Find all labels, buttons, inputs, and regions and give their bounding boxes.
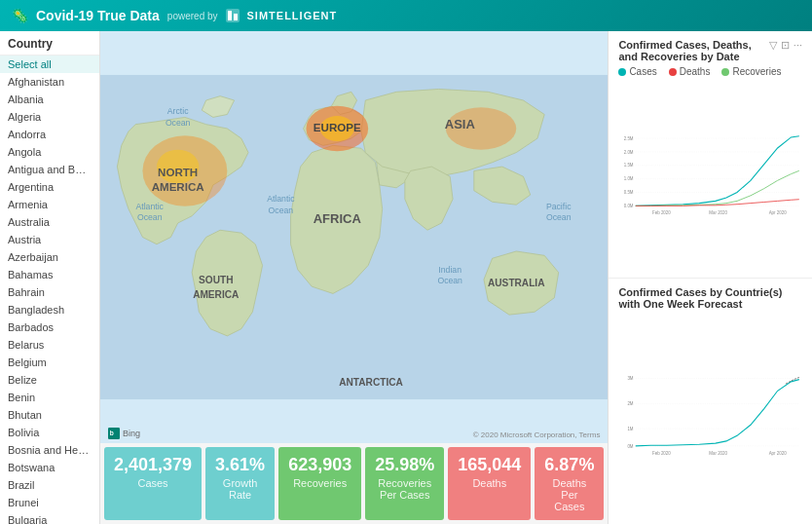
world-map[interactable]: NORTH AMERICA SOUTH AMERICA EUROPE AFRIC… (100, 31, 608, 443)
sidebar-item-21[interactable]: Bolivia (0, 424, 99, 441)
app-title: Covid-19 True Data (36, 8, 160, 23)
filter-icon[interactable]: ▽ (769, 39, 777, 52)
sidebar-item-9[interactable]: Australia (0, 213, 99, 231)
sidebar-item-8[interactable]: Armenia (0, 196, 99, 213)
world-map-svg: NORTH AMERICA SOUTH AMERICA EUROPE AFRIC… (100, 31, 608, 443)
powered-by-text: powered by (167, 11, 218, 21)
recoveries-label: Recoveries (288, 477, 351, 489)
deaths-value: 165,044 (458, 455, 521, 475)
recoveries-pct-label: Recoveries Per Cases (375, 477, 434, 501)
recoveries-pct-card: 25.98% Recoveries Per Cases (365, 447, 444, 520)
sidebar-item-10[interactable]: Austria (0, 231, 99, 248)
bottom-chart-wrapper: 3M 2M 1M 0M Feb 2020 Mar 2020 (618, 314, 802, 517)
deaths-pct-value: 6.87% (544, 455, 594, 475)
deaths-pct-label: Deaths Per Cases (544, 477, 594, 512)
right-panel: Confirmed Cases, Deaths, and Recoveries … (608, 31, 812, 524)
sidebar-item-7[interactable]: Argentina (0, 178, 99, 196)
main-layout: Country Select allAfghanistanAlbaniaAlge… (0, 31, 812, 524)
sidebar-item-20[interactable]: Bhutan (0, 406, 99, 424)
svg-text:Mar 2020: Mar 2020 (710, 210, 728, 215)
brand-name: SIMTELLIGENT (247, 10, 338, 21)
svg-text:1.0M: 1.0M (624, 176, 634, 181)
top-chart-title: Confirmed Cases, Deaths, and Recoveries … (618, 39, 768, 62)
sidebar-item-18[interactable]: Belize (0, 371, 99, 389)
cases-value: 2,401,379 (114, 455, 192, 475)
svg-text:Feb 2020: Feb 2020 (652, 210, 671, 215)
sidebar-item-13[interactable]: Bahrain (0, 283, 99, 301)
svg-text:Feb 2020: Feb 2020 (652, 450, 671, 455)
svg-text:Ocean: Ocean (166, 118, 191, 128)
top-chart-wrapper: 2.5M 2.0M 1.5M 1.0M 0.5M 0.0M (618, 81, 802, 270)
svg-text:NORTH: NORTH (158, 167, 198, 178)
legend-cases-label: Cases (629, 66, 656, 77)
deaths-dot (669, 68, 677, 76)
center-panel: NORTH AMERICA SOUTH AMERICA EUROPE AFRIC… (100, 31, 608, 524)
sidebar-item-14[interactable]: Bangladesh (0, 301, 99, 318)
recoveries-pct-value: 25.98% (375, 455, 434, 475)
country-sidebar[interactable]: Country Select allAfghanistanAlbaniaAlge… (0, 31, 100, 524)
sidebar-item-23[interactable]: Botswana (0, 459, 99, 476)
sidebar-item-12[interactable]: Bahamas (0, 266, 99, 283)
bottom-chart-title: Confirmed Cases by Countrie(s) with One … (618, 286, 802, 310)
svg-text:AMERICA: AMERICA (193, 289, 240, 300)
svg-text:Apr 2020: Apr 2020 (769, 450, 787, 455)
sidebar-item-5[interactable]: Angola (0, 143, 99, 161)
svg-text:Atlantic: Atlantic (267, 194, 295, 204)
svg-text:Mar 2020: Mar 2020 (710, 450, 728, 455)
legend-recoveries: Recoveries (721, 66, 781, 77)
sidebar-item-22[interactable]: Bosnia and Herze... (0, 441, 99, 459)
svg-text:Atlantic: Atlantic (135, 202, 164, 211)
legend-recoveries-label: Recoveries (732, 66, 781, 77)
svg-text:2.0M: 2.0M (624, 150, 634, 155)
recoveries-card: 623,903 Recoveries (278, 447, 361, 520)
covid-icon: 🦠 (12, 8, 28, 23)
svg-text:AUSTRALIA: AUSTRALIA (488, 278, 545, 288)
sidebar-item-24[interactable]: Brazil (0, 476, 99, 494)
app-header: 🦠 Covid-19 True Data powered by SIMTELLI… (0, 0, 812, 31)
svg-text:2.5M: 2.5M (624, 136, 634, 141)
sidebar-item-26[interactable]: Bulgaria (0, 511, 99, 524)
sidebar-item-25[interactable]: Brunei (0, 494, 99, 511)
svg-text:0.0M: 0.0M (624, 204, 634, 208)
svg-text:AMERICA: AMERICA (152, 181, 205, 193)
top-chart-controls[interactable]: ▽ ⊡ ··· (769, 39, 802, 52)
legend-cases: Cases (618, 66, 656, 77)
svg-text:ASIA: ASIA (445, 117, 476, 131)
sidebar-item-11[interactable]: Azerbaijan (0, 248, 99, 266)
svg-text:ANTARCTICA: ANTARCTICA (339, 377, 403, 388)
sidebar-item-6[interactable]: Antigua and Barb... (0, 161, 99, 178)
expand-icon[interactable]: ⊡ (781, 39, 790, 52)
sidebar-item-3[interactable]: Algeria (0, 108, 99, 126)
svg-text:b: b (110, 430, 114, 436)
legend-deaths-label: Deaths (680, 66, 711, 77)
sidebar-header: Country (0, 31, 99, 56)
svg-text:EUROPE: EUROPE (314, 122, 361, 133)
svg-text:2M: 2M (628, 401, 634, 406)
sidebar-item-1[interactable]: Afghanistan (0, 73, 99, 91)
cases-dot (618, 68, 626, 76)
legend-deaths: Deaths (669, 66, 711, 77)
svg-text:SOUTH: SOUTH (199, 275, 233, 285)
brand-logo-icon (226, 9, 240, 22)
sidebar-item-15[interactable]: Barbados (0, 318, 99, 336)
svg-text:1M: 1M (628, 426, 634, 430)
svg-text:Ocean: Ocean (546, 212, 572, 222)
svg-text:1.5M: 1.5M (624, 163, 634, 168)
more-icon[interactable]: ··· (794, 39, 802, 52)
top-chart-legend: Cases Deaths Recoveries (618, 66, 802, 77)
bing-label: Bing (123, 429, 140, 438)
sidebar-item-16[interactable]: Belarus (0, 336, 99, 354)
sidebar-item-19[interactable]: Benin (0, 389, 99, 406)
svg-text:Arctic: Arctic (167, 106, 189, 116)
sidebar-item-2[interactable]: Albania (0, 91, 99, 108)
top-chart-header: Confirmed Cases, Deaths, and Recoveries … (618, 39, 802, 66)
bottom-chart-section: Confirmed Cases by Countrie(s) with One … (609, 279, 812, 525)
top-chart-section: Confirmed Cases, Deaths, and Recoveries … (609, 31, 812, 279)
bottom-chart-svg: 3M 2M 1M 0M Feb 2020 Mar 2020 (618, 314, 802, 517)
sidebar-item-4[interactable]: Andorra (0, 126, 99, 143)
svg-rect-2 (234, 14, 238, 20)
sidebar-item-0[interactable]: Select all (0, 56, 99, 73)
deaths-pct-card: 6.87% Deaths Per Cases (535, 447, 604, 520)
sidebar-item-17[interactable]: Belgium (0, 354, 99, 371)
svg-text:Apr 2020: Apr 2020 (769, 210, 787, 215)
